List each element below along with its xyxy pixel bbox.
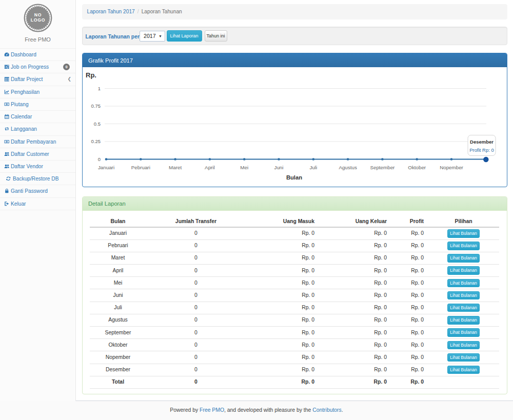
svg-text:Agustus: Agustus (339, 165, 357, 170)
svg-text:0: 0 (98, 156, 101, 162)
svg-text:Juni: Juni (274, 165, 284, 170)
svg-text:Januari: Januari (98, 165, 114, 170)
svg-text:1: 1 (98, 86, 101, 91)
svg-text:April: April (205, 165, 215, 170)
svg-text:0.25: 0.25 (91, 138, 101, 144)
svg-text:Rp.: Rp. (86, 71, 96, 79)
svg-text:Bulan: Bulan (286, 174, 302, 181)
svg-text:0.5: 0.5 (94, 121, 101, 127)
svg-text:Juli: Juli (309, 165, 317, 170)
svg-text:Maret: Maret (169, 165, 182, 170)
svg-text:Pebruari: Pebruari (131, 165, 150, 170)
svg-text:September: September (370, 165, 395, 170)
svg-text:LOGO: LOGO (30, 17, 45, 23)
svg-text:Profit Rp: 0: Profit Rp: 0 (469, 147, 494, 153)
svg-text:Nopember: Nopember (440, 165, 463, 170)
svg-text:Desember: Desember (470, 139, 494, 145)
svg-text:0.75: 0.75 (91, 103, 101, 109)
svg-text:Oktober: Oktober (408, 165, 426, 170)
svg-text:Mei: Mei (240, 165, 248, 170)
svg-text:NO: NO (34, 12, 42, 17)
